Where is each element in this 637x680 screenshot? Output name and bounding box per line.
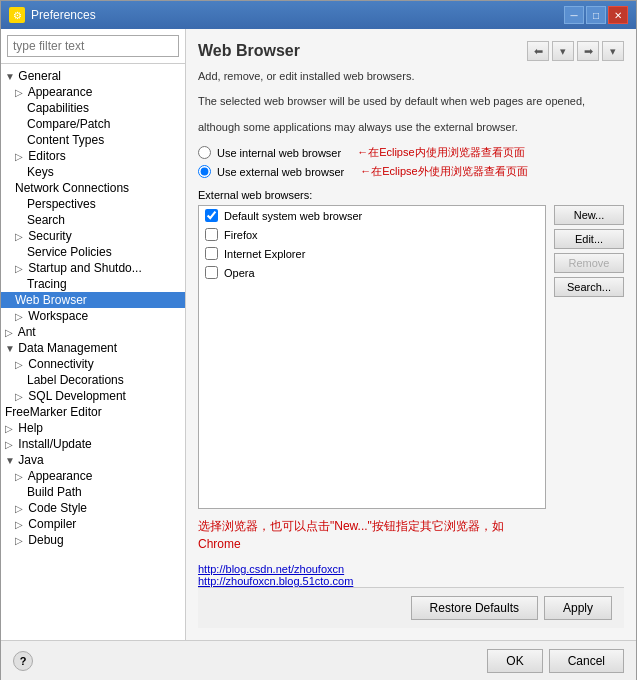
- expand-arrow-sql: ▷: [15, 391, 25, 402]
- sidebar-item-tracing[interactable]: Tracing: [1, 276, 185, 292]
- expand-arrow-connectivity: ▷: [15, 359, 25, 370]
- expand-arrow-ant: ▷: [5, 327, 15, 338]
- browser-item-opera[interactable]: Opera: [199, 263, 545, 282]
- browser-item-ie[interactable]: Internet Explorer: [199, 244, 545, 263]
- sidebar-item-keys[interactable]: Keys: [1, 164, 185, 180]
- filter-wrap: [1, 29, 185, 64]
- sidebar-item-ant[interactable]: ▷ Ant: [1, 324, 185, 340]
- radio-external[interactable]: [198, 165, 211, 178]
- sidebar-item-label-decorations[interactable]: Label Decorations: [1, 372, 185, 388]
- sidebar-item-network[interactable]: Network Connections: [1, 180, 185, 196]
- minimize-button[interactable]: ─: [564, 6, 584, 24]
- browser-label-ie: Internet Explorer: [224, 248, 305, 260]
- remove-button[interactable]: Remove: [554, 253, 624, 273]
- checkbox-ie[interactable]: [205, 247, 218, 260]
- annotation-area: 选择浏览器，也可以点击"New..."按钮指定其它浏览器，如 Chrome ht…: [198, 517, 624, 587]
- expand-arrow-workspace: ▷: [15, 311, 25, 322]
- footer-right: OK Cancel: [487, 649, 624, 673]
- search-button[interactable]: Search...: [554, 277, 624, 297]
- titlebar-left: ⚙ Preferences: [9, 7, 96, 23]
- sidebar-item-freemarker[interactable]: FreeMarker Editor: [1, 404, 185, 420]
- sidebar-item-content-types[interactable]: Content Types: [1, 132, 185, 148]
- panel-header: Web Browser ⬅ ▾ ➡ ▾: [198, 41, 624, 61]
- link2[interactable]: http://zhoufoxcn.blog.51cto.com: [198, 575, 624, 587]
- browser-item-default[interactable]: Default system web browser: [199, 206, 545, 225]
- window-title: Preferences: [31, 8, 96, 22]
- sidebar-item-general[interactable]: ▼ General: [1, 68, 185, 84]
- restore-defaults-button[interactable]: Restore Defaults: [411, 596, 538, 620]
- sidebar-item-appearance-gen[interactable]: ▷ Appearance: [1, 84, 185, 100]
- radio-internal-label: Use internal web browser: [217, 147, 341, 159]
- expand-arrow-help: ▷: [5, 423, 15, 434]
- panel-bottom-bar: Restore Defaults Apply: [198, 587, 624, 628]
- ok-button[interactable]: OK: [487, 649, 542, 673]
- expand-arrow-appearance: ▷: [15, 87, 25, 98]
- nav-menu-button[interactable]: ▾: [602, 41, 624, 61]
- expand-arrow-java: ▼: [5, 455, 15, 466]
- sidebar-item-connectivity[interactable]: ▷ Connectivity: [1, 356, 185, 372]
- browsers-area: Default system web browser Firefox Inter…: [198, 205, 624, 509]
- preferences-window: ⚙ Preferences ─ □ ✕ ▼ General: [0, 0, 637, 680]
- annotation-external: ←在Eclipse外使用浏览器查看页面: [360, 164, 527, 179]
- sidebar: ▼ General ▷ Appearance Capabilities Comp…: [1, 29, 186, 640]
- nav-forward-button[interactable]: ➡: [577, 41, 599, 61]
- sidebar-item-compare-patch[interactable]: Compare/Patch: [1, 116, 185, 132]
- nav-dropdown-button[interactable]: ▾: [552, 41, 574, 61]
- sidebar-item-capabilities[interactable]: Capabilities: [1, 100, 185, 116]
- apply-button[interactable]: Apply: [544, 596, 612, 620]
- sidebar-item-security[interactable]: ▷ Security: [1, 228, 185, 244]
- sidebar-item-build-path[interactable]: Build Path: [1, 484, 185, 500]
- sidebar-item-install-update[interactable]: ▷ Install/Update: [1, 436, 185, 452]
- sidebar-item-search[interactable]: Search: [1, 212, 185, 228]
- edit-button[interactable]: Edit...: [554, 229, 624, 249]
- nav-back-button[interactable]: ⬅: [527, 41, 549, 61]
- filter-input[interactable]: [7, 35, 179, 57]
- close-button[interactable]: ✕: [608, 6, 628, 24]
- sidebar-item-help[interactable]: ▷ Help: [1, 420, 185, 436]
- annotation-bottom-text: 选择浏览器，也可以点击"New..."按钮指定其它浏览器，如 Chrome: [198, 517, 624, 553]
- app-icon: ⚙: [9, 7, 25, 23]
- panel-title: Web Browser: [198, 42, 300, 60]
- expand-arrow-editors: ▷: [15, 151, 25, 162]
- footer-bar: ? OK Cancel: [1, 640, 636, 680]
- expand-arrow-compiler: ▷: [15, 519, 25, 530]
- browser-item-firefox[interactable]: Firefox: [199, 225, 545, 244]
- radio-row-external: Use external web browser ←在Eclipse外使用浏览器…: [198, 164, 624, 179]
- sidebar-item-workspace[interactable]: ▷ Workspace: [1, 308, 185, 324]
- expand-arrow-debug: ▷: [15, 535, 25, 546]
- link1[interactable]: http://blog.csdn.net/zhoufoxcn: [198, 563, 624, 575]
- external-browsers-label: External web browsers:: [198, 189, 624, 201]
- radio-internal[interactable]: [198, 146, 211, 159]
- checkbox-opera[interactable]: [205, 266, 218, 279]
- sidebar-item-startup[interactable]: ▷ Startup and Shutdo...: [1, 260, 185, 276]
- sidebar-item-data-management[interactable]: ▼ Data Management: [1, 340, 185, 356]
- sidebar-item-appearance-java[interactable]: ▷ Appearance: [1, 468, 185, 484]
- side-buttons: New... Edit... Remove Search...: [554, 205, 624, 509]
- sidebar-item-debug[interactable]: ▷ Debug: [1, 532, 185, 548]
- sidebar-item-sql-development[interactable]: ▷ SQL Development: [1, 388, 185, 404]
- main-area: ▼ General ▷ Appearance Capabilities Comp…: [1, 29, 636, 640]
- radio-row-internal: Use internal web browser ←在Eclipse内使用浏览器…: [198, 145, 624, 160]
- expand-arrow-general: ▼: [5, 71, 15, 82]
- help-button[interactable]: ?: [13, 651, 33, 671]
- expand-arrow-install: ▷: [5, 439, 15, 450]
- titlebar-buttons: ─ □ ✕: [564, 6, 628, 24]
- sidebar-item-service-policies[interactable]: Service Policies: [1, 244, 185, 260]
- checkbox-firefox[interactable]: [205, 228, 218, 241]
- expand-arrow-startup: ▷: [15, 263, 25, 274]
- radio-external-label: Use external web browser: [217, 166, 344, 178]
- new-button[interactable]: New...: [554, 205, 624, 225]
- sidebar-item-web-browser[interactable]: Web Browser: [1, 292, 185, 308]
- sidebar-item-compiler[interactable]: ▷ Compiler: [1, 516, 185, 532]
- cancel-button[interactable]: Cancel: [549, 649, 624, 673]
- sidebar-item-editors[interactable]: ▷ Editors: [1, 148, 185, 164]
- sidebar-item-perspectives[interactable]: Perspectives: [1, 196, 185, 212]
- sidebar-item-code-style[interactable]: ▷ Code Style: [1, 500, 185, 516]
- sidebar-item-java[interactable]: ▼ Java: [1, 452, 185, 468]
- main-content: ▼ General ▷ Appearance Capabilities Comp…: [1, 29, 636, 680]
- expand-arrow-data-management: ▼: [5, 343, 15, 354]
- maximize-button[interactable]: □: [586, 6, 606, 24]
- expand-arrow-java-appearance: ▷: [15, 471, 25, 482]
- radio-group: Use internal web browser ←在Eclipse内使用浏览器…: [198, 145, 624, 183]
- checkbox-default[interactable]: [205, 209, 218, 222]
